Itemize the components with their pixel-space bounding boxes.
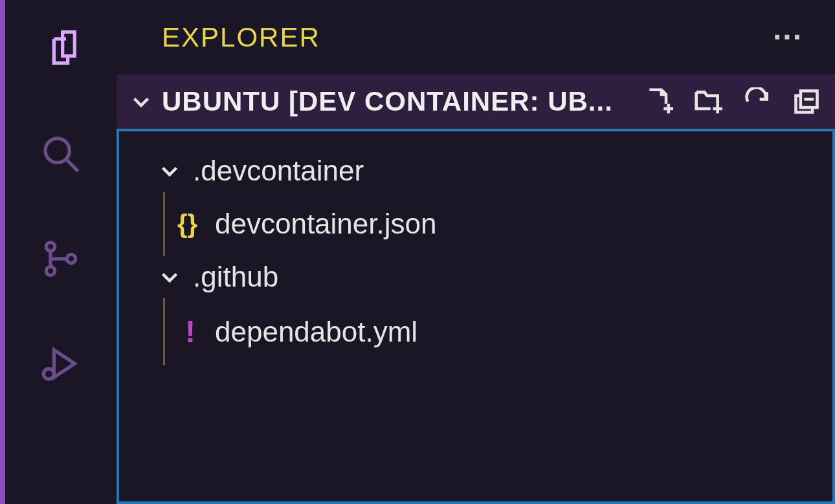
svg-point-2 [46, 243, 54, 251]
json-file-icon: {} [177, 210, 203, 239]
search-icon[interactable] [38, 131, 84, 177]
run-debug-icon[interactable] [38, 340, 84, 387]
folder-label: .devcontainer [193, 155, 364, 187]
folder-devcontainer[interactable]: .devcontainer [119, 144, 832, 197]
more-actions-icon[interactable]: ··· [773, 19, 803, 55]
svg-line-1 [66, 159, 78, 171]
folder-label: .github [193, 261, 278, 293]
chevron-down-icon [158, 159, 181, 182]
new-folder-icon[interactable] [693, 86, 724, 117]
file-dependabot-yml[interactable]: ! dependabot.yml [119, 303, 832, 360]
explorer-icon[interactable] [38, 26, 84, 72]
yml-file-icon: ! [177, 314, 203, 349]
sidebar-header: EXPLORER ··· [117, 0, 835, 74]
svg-point-4 [67, 254, 75, 263]
chevron-down-icon [158, 265, 181, 289]
workspace-header[interactable]: UBUNTU [DEV CONTAINER: UB... [117, 74, 835, 129]
folder-github[interactable]: .github [119, 250, 832, 303]
workspace-actions [643, 86, 822, 117]
source-control-icon[interactable] [38, 236, 84, 282]
workspace-name: UBUNTU [DEV CONTAINER: UB... [162, 86, 634, 117]
svg-point-0 [45, 138, 69, 162]
svg-point-5 [43, 369, 54, 379]
file-devcontainer-json[interactable]: {} devcontainer.json [119, 197, 832, 250]
svg-point-3 [46, 267, 54, 275]
sidebar-title: EXPLORER [162, 22, 320, 53]
file-label: devcontainer.json [215, 208, 436, 240]
file-label: dependabot.yml [215, 316, 418, 348]
new-file-icon[interactable] [643, 86, 674, 117]
collapse-all-icon[interactable] [791, 86, 822, 117]
explorer-sidebar: EXPLORER ··· UBUNTU [DEV CONTAINER: UB..… [117, 0, 835, 504]
activity-bar [0, 0, 117, 504]
chevron-down-icon[interactable] [129, 90, 153, 113]
refresh-icon[interactable] [742, 86, 773, 117]
file-tree: .devcontainer {} devcontainer.json .gith… [117, 129, 835, 504]
